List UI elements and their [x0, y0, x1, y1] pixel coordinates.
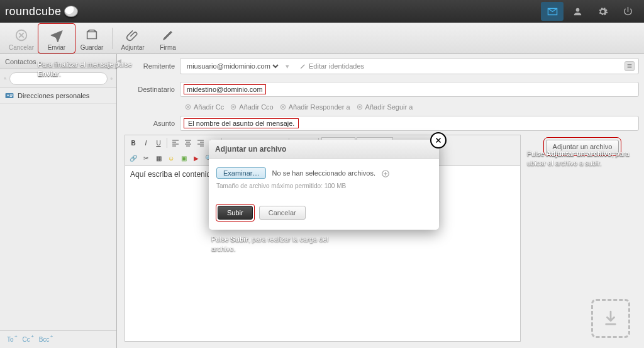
browse-button[interactable]: Examinar… — [216, 167, 266, 179]
from-label: Remitente — [125, 62, 175, 70]
callout-send: Para finalizar el mensaje pulse Enviar. — [38, 60, 132, 79]
modal-cancel-button[interactable]: Cancelar — [259, 206, 306, 220]
contacts-sidebar: Contactos Direcciones personales To Cc B… — [0, 54, 117, 348]
person-icon — [572, 6, 583, 17]
file-status: No se han seleccionado archivos. — [272, 169, 375, 177]
compose-toolbar: Cancelar Enviar Guardar Adjuntar Firma — [0, 23, 644, 54]
power-icon — [623, 6, 633, 17]
modal-close[interactable] — [430, 132, 447, 149]
svg-rect-7 — [10, 96, 12, 97]
from-select[interactable]: miusuario@midominio.com — [184, 62, 280, 70]
to-value: midestino@dominio.com — [184, 85, 265, 94]
nav-mail[interactable] — [541, 2, 564, 21]
media-icon[interactable]: ▶ — [191, 152, 202, 164]
callout-attach: Pulse Adjuntar un archivo, para ubicar e… — [527, 149, 638, 169]
modal-title: Adjuntar un archivo — [209, 140, 439, 159]
toggle-headers-icon[interactable] — [625, 61, 635, 71]
pencil-small-icon — [299, 63, 306, 70]
save-icon — [85, 28, 99, 42]
save-label: Guardar — [74, 44, 109, 51]
modal-footer: Subir Cancelar — [209, 198, 439, 230]
table-icon[interactable]: ▦ — [153, 152, 164, 164]
chip-cc[interactable]: Cc — [19, 335, 33, 344]
close-icon — [435, 137, 442, 144]
image-icon[interactable]: ▣ — [178, 152, 189, 164]
add-cc[interactable]: Añadir Cc — [185, 103, 224, 111]
to-input[interactable]: midestino@dominio.com — [180, 82, 639, 97]
pencil-icon — [161, 28, 175, 42]
subject-label: Asunto — [125, 120, 175, 127]
align-left-icon[interactable] — [170, 137, 181, 149]
subject-input[interactable]: El nombre del asunto del mensaje. — [180, 116, 639, 131]
save-button[interactable]: Guardar — [74, 25, 109, 52]
send-icon — [50, 28, 64, 42]
to-label: Destinatario — [125, 86, 175, 93]
nav-contacts[interactable] — [566, 2, 589, 21]
sidebar-item-personal[interactable]: Direcciones personales — [0, 88, 116, 104]
brand-text: roundcube — [5, 5, 62, 18]
extra-recipients: Añadir Cc Añadir Cco Añadir Responder a … — [125, 101, 639, 113]
max-size-text: Tamaño de archivo máximo permitido: 100 … — [216, 182, 431, 189]
sidebar-footer: To Cc Bcc — [0, 330, 116, 348]
to-row: Destinatario midestino@dominio.com — [125, 78, 639, 101]
cancel-label: Cancelar — [4, 44, 39, 51]
modal-body: Examinar… No se han seleccionado archivo… — [209, 159, 439, 198]
align-center-icon[interactable] — [182, 137, 194, 149]
send-label: Enviar — [39, 44, 74, 51]
chip-to[interactable]: To — [4, 335, 17, 344]
bold-icon[interactable]: B — [128, 137, 139, 149]
sidebar-list: Direcciones personales — [0, 88, 116, 330]
attach-modal: Adjuntar un archivo Examinar… No se han … — [209, 140, 439, 230]
cancel-icon — [14, 28, 28, 42]
add-more-icon[interactable] — [381, 169, 390, 178]
link-icon[interactable]: 🔗 — [128, 152, 139, 164]
subject-value: El nombre del asunto del mensaje. — [184, 119, 298, 128]
upload-button[interactable]: Subir — [218, 206, 253, 220]
signature-button[interactable]: Firma — [150, 25, 186, 52]
sidebar-personal-label: Direcciones personales — [18, 92, 89, 99]
attach-label: Adjuntar — [115, 44, 150, 51]
svg-rect-5 — [10, 94, 13, 95]
nav-settings[interactable] — [591, 2, 614, 21]
gear-icon — [597, 6, 608, 17]
unlink-icon[interactable]: ✂ — [140, 152, 152, 164]
attach-dropzone[interactable] — [591, 299, 630, 338]
nav-logout[interactable] — [616, 2, 639, 21]
attach-button[interactable]: Adjuntar — [115, 25, 150, 52]
svg-rect-6 — [10, 95, 13, 96]
edit-identities[interactable]: Editar identidades — [299, 62, 364, 70]
send-button[interactable]: Enviar — [39, 25, 74, 52]
italic-icon[interactable]: I — [140, 137, 152, 149]
sign-label: Firma — [150, 44, 186, 51]
mail-icon — [547, 6, 558, 17]
top-nav — [541, 2, 639, 21]
from-row: Remitente miusuario@midominio.com ▾ Edit… — [125, 54, 639, 78]
from-field: miusuario@midominio.com ▾ Editar identid… — [180, 58, 639, 74]
app-logo: roundcube — [5, 5, 78, 18]
svg-point-1 — [4, 77, 6, 79]
separator — [112, 28, 113, 49]
underline-icon[interactable]: U — [153, 137, 164, 149]
svg-point-4 — [8, 94, 9, 96]
add-follow[interactable]: Añadir Seguir a — [357, 103, 413, 111]
callout-upload: Pulse Subir, para realizar la carga del … — [211, 235, 337, 254]
cancel-button[interactable]: Cancelar — [4, 25, 39, 52]
chip-bcc[interactable]: Bcc — [36, 335, 53, 344]
upload-highlight: Subir — [216, 205, 254, 221]
add-reply[interactable]: Añadir Responder a — [280, 103, 350, 111]
search-icon — [4, 74, 7, 83]
app-topbar: roundcube — [0, 0, 644, 23]
align-right-icon[interactable] — [195, 137, 206, 149]
paperclip-icon — [126, 28, 140, 42]
addressbook-icon — [5, 92, 14, 99]
logo-icon — [64, 6, 78, 17]
emoji-icon[interactable]: ☺ — [165, 152, 177, 164]
download-icon — [604, 310, 618, 327]
add-bcc[interactable]: Añadir Cco — [230, 103, 273, 111]
subject-row: Asunto El nombre del asunto del mensaje. — [125, 113, 639, 135]
